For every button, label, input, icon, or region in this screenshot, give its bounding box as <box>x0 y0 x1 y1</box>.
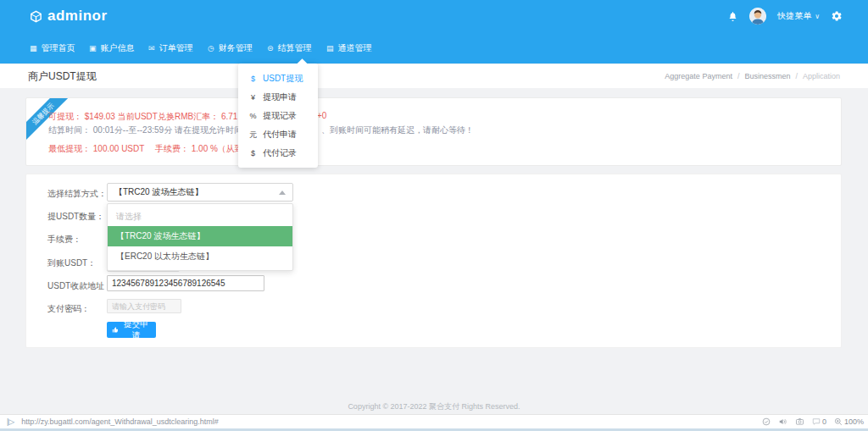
grid-icon: ▦ <box>30 44 37 52</box>
nav-item-orders[interactable]: ✉ 订单管理 <box>148 42 208 54</box>
user-avatar[interactable] <box>749 8 766 25</box>
chevron-up-icon <box>279 191 286 195</box>
camera-icon[interactable] <box>795 417 804 426</box>
zoom-level-value: 100% <box>844 417 864 426</box>
percent-icon: % <box>249 112 257 120</box>
settle-method-select[interactable]: 【TRC20 波场生态链】 <box>107 183 293 202</box>
breadcrumb-current: Application <box>803 72 840 80</box>
dollar-icon: $ <box>249 149 257 157</box>
nav-item-finance[interactable]: ◷ 财务管理 <box>208 42 267 54</box>
quick-menu-button[interactable]: 快捷菜单 ∨ <box>777 10 820 22</box>
notice-line-balance-tail: +0 <box>317 111 326 120</box>
status-bar-left: |▷ http://zy.bugattl.com/agent_Withdrawa… <box>0 417 219 426</box>
fee-label: 手续费： <box>47 234 81 246</box>
settle-method-options: 请选择 【TRC20 波场生态链】 【ERC20 以太坊生态链】 <box>107 203 293 271</box>
nav-item-settlement[interactable]: ⊜ 结算管理 <box>267 42 326 54</box>
page-title-bar: 商户USDT提现 Aggregate Payment / Businessmen… <box>0 64 868 88</box>
chat-count[interactable]: 0 <box>812 417 826 426</box>
copyright-text: Copyright © 2017-2022 聚合支付 Rights Reserv… <box>0 401 868 412</box>
breadcrumb-separator: / <box>795 72 798 80</box>
quick-menu-label: 快捷菜单 <box>777 10 811 22</box>
pay-password-input[interactable] <box>107 299 181 313</box>
main-nav: ▦ 管理首页 ▣ 账户信息 ✉ 订单管理 ◷ 财务管理 ⊜ 结算管理 ▤ 通道管… <box>0 32 868 64</box>
header-bar: adminor 快捷菜单 ∨ <box>0 0 868 32</box>
nav-label: 订单管理 <box>159 42 193 54</box>
coin-icon: ⊜ <box>267 44 274 52</box>
nav-label: 账户信息 <box>101 42 135 54</box>
settle-method-value: 【TRC20 波场生态链】 <box>114 186 203 198</box>
envelope-icon: ✉ <box>148 44 155 52</box>
status-bar-right: 0 100% <box>762 417 868 426</box>
app-logo[interactable]: adminor <box>29 0 108 32</box>
menu-item-payout-records[interactable]: $ 代付记录 <box>238 144 318 163</box>
file-icon: ▤ <box>326 44 334 52</box>
breadcrumb-item[interactable]: Businessmen <box>744 72 790 80</box>
usdt-address-input[interactable] <box>107 275 264 291</box>
clock-icon: ◷ <box>208 44 214 52</box>
run-icon[interactable]: |▷ <box>7 417 14 426</box>
cube-logo-icon <box>29 9 43 24</box>
thumb-up-icon <box>112 326 119 334</box>
amount-label: 提USDT数量： <box>47 211 104 223</box>
option-placeholder[interactable]: 请选择 <box>108 207 292 226</box>
notice-line-time-tail: 、到账时间可能稍有延迟，请耐心等待！ <box>321 124 474 136</box>
nav-label: 财务管理 <box>219 42 253 54</box>
menu-item-withdraw-apply[interactable]: ¥ 提现申请 <box>238 88 318 107</box>
settings-gear-icon[interactable] <box>831 10 843 22</box>
menu-label: USDT提现 <box>263 73 303 85</box>
menu-label: 提现记录 <box>263 110 297 122</box>
magnifier-plus-icon <box>834 417 843 426</box>
address-label: USDT收款地址： <box>47 280 113 292</box>
nav-label: 结算管理 <box>278 42 312 54</box>
menu-label: 提现申请 <box>263 91 297 103</box>
page-title: 商户USDT提现 <box>28 69 97 84</box>
password-label: 支付密码： <box>47 303 90 315</box>
withdraw-form: 选择结算方式： 提USDT数量： 手续费： 到账USDT： USDT收款地址： … <box>25 174 842 348</box>
status-bar: |▷ http://zy.bugattl.com/agent_Withdrawa… <box>0 414 868 428</box>
account-icon: ▣ <box>89 44 97 52</box>
breadcrumb: Aggregate Payment / Businessmen / Applic… <box>665 72 840 80</box>
logo-text: adminor <box>47 8 108 25</box>
menu-item-usdt-withdraw[interactable]: $ USDT提现 <box>238 69 318 88</box>
receive-label: 到账USDT： <box>47 257 96 269</box>
app-screen: adminor 快捷菜单 ∨ ▦ 管理首页 ▣ 账户信息 <box>0 0 868 431</box>
notification-bell-icon[interactable] <box>727 11 738 22</box>
menu-item-payout-apply[interactable]: 元 代付申请 <box>238 125 318 144</box>
option-trc20[interactable]: 【TRC20 波场生态链】 <box>108 226 292 246</box>
chevron-down-icon: ∨ <box>815 13 820 20</box>
dollar-icon: $ <box>249 75 257 83</box>
menu-label: 代付记录 <box>263 147 297 159</box>
zoom-control[interactable]: 100% <box>834 417 864 426</box>
speaker-icon[interactable] <box>778 417 787 426</box>
page-url: http://zy.bugattl.com/agent_Withdrawal_u… <box>21 417 218 426</box>
settle-method-label: 选择结算方式： <box>47 188 107 200</box>
header-actions: 快捷菜单 ∨ <box>727 0 843 32</box>
option-erc20[interactable]: 【ERC20 以太坊生态链】 <box>108 246 292 267</box>
nav-label: 管理首页 <box>42 42 75 54</box>
chat-bubble-icon <box>812 417 821 426</box>
submit-label: 提交申请 <box>121 319 151 341</box>
yen-icon: ¥ <box>249 93 257 102</box>
menu-item-withdraw-records[interactable]: % 提现记录 <box>238 107 318 125</box>
nav-item-account[interactable]: ▣ 账户信息 <box>89 42 148 54</box>
nav-item-dashboard[interactable]: ▦ 管理首页 <box>30 42 89 54</box>
nav-item-channel[interactable]: ▤ 通道管理 <box>326 42 386 54</box>
submit-application-button[interactable]: 提交申请 <box>107 322 156 338</box>
breadcrumb-item[interactable]: Aggregate Payment <box>665 72 732 80</box>
yuan-icon: 元 <box>249 130 257 141</box>
breadcrumb-separator: / <box>737 72 740 80</box>
chat-count-value: 0 <box>822 417 826 426</box>
check-circle-icon[interactable] <box>762 417 771 426</box>
menu-label: 代付申请 <box>263 129 297 141</box>
withdraw-notice-card: 温馨提示 可提现： $149.03 当前USDT兑换RMB汇率： 6.71 换算… <box>25 97 842 166</box>
settlement-dropdown-menu: $ USDT提现 ¥ 提现申请 % 提现记录 元 代付申请 $ 代付记录 <box>238 64 318 168</box>
nav-label: 通道管理 <box>338 42 372 54</box>
